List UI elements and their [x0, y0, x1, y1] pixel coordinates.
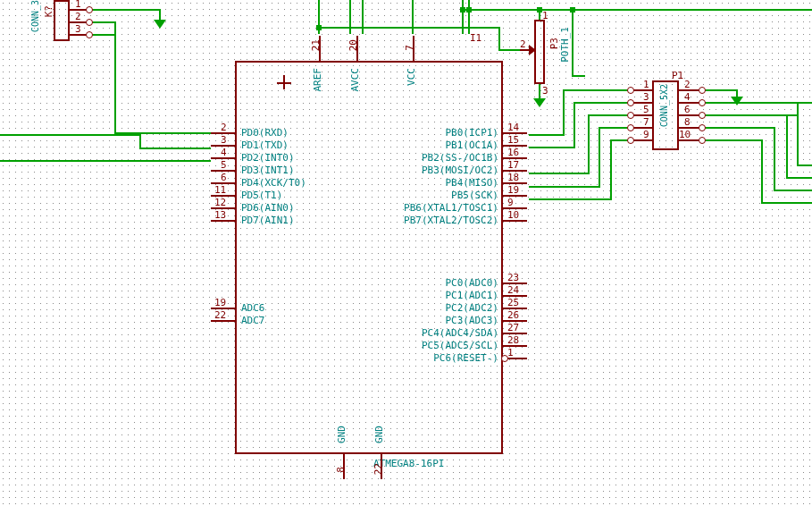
- pin-number: 22: [373, 463, 383, 475]
- wire: [786, 177, 812, 179]
- wire: [761, 202, 812, 204]
- pin-dot: [86, 19, 93, 26]
- pin-label: PC1(ADC1): [445, 291, 498, 300]
- wire: [89, 9, 161, 11]
- wire: [89, 34, 116, 36]
- pin-number: 6: [221, 173, 227, 182]
- pin-label: PD0(RXD): [241, 128, 289, 138]
- wire: [412, 0, 414, 34]
- conn3-ref: K?: [43, 5, 54, 17]
- pin-label: GND: [337, 426, 347, 443]
- pin-number: 26: [507, 310, 519, 320]
- pin-number: 6: [684, 105, 691, 114]
- wire: [774, 190, 812, 191]
- pin-label: PD7(AIN1): [241, 215, 295, 225]
- wire: [529, 198, 612, 200]
- pin-number: 4: [221, 148, 227, 157]
- pin-number: 21: [311, 39, 321, 51]
- pin-number: 7: [405, 45, 414, 51]
- pin-label: PB7(XTAL2/TOSC2): [404, 215, 498, 225]
- pin-number: 15: [507, 135, 519, 145]
- pin-number: 5: [643, 105, 649, 114]
- pin-number: 20: [348, 39, 358, 51]
- pin-label: PC3(ADC3): [445, 316, 498, 325]
- pin-dot: [627, 87, 634, 94]
- pin-label: PB0(ICP1): [445, 128, 498, 138]
- pin-number: 12: [214, 198, 226, 207]
- pin-label: GND: [374, 426, 384, 443]
- pin-label: PD6(AIN0): [241, 203, 295, 213]
- wire: [700, 139, 763, 141]
- pin-number: 24: [507, 285, 519, 295]
- pin-number: 23: [507, 273, 519, 283]
- pin-number: 1: [75, 0, 81, 9]
- pin-number: 2: [684, 80, 691, 89]
- ic-ref: I1: [470, 32, 481, 44]
- wire: [610, 139, 612, 200]
- pin-dot: [627, 137, 634, 144]
- pin-dot: [699, 124, 706, 131]
- pin-number: 9: [643, 130, 649, 139]
- wire: [0, 160, 211, 162]
- orientation-mark: [283, 75, 285, 89]
- pin-number: 2: [221, 122, 227, 132]
- arrow: [731, 97, 743, 105]
- conn5x2-ref: P1: [672, 70, 683, 81]
- wire: [573, 102, 631, 104]
- pin-number: 22: [214, 310, 226, 320]
- pin-label: PC6(RESET-): [433, 353, 498, 363]
- pin-label: PB5(SCK): [451, 190, 498, 200]
- wire: [462, 0, 464, 34]
- pin-number: 10: [507, 210, 519, 220]
- pin-number: 3: [75, 24, 81, 34]
- wire: [114, 132, 211, 134]
- pin-number: 18: [507, 173, 519, 182]
- wire: [700, 114, 799, 116]
- conn3-name: CONN_3: [30, 0, 40, 32]
- pin-number: 13: [214, 210, 226, 220]
- wire: [572, 75, 585, 77]
- wire: [700, 127, 775, 129]
- pin-label: PD3(INT1): [241, 165, 295, 175]
- junction: [570, 7, 575, 13]
- wire: [139, 134, 141, 148]
- pin-number: 1: [542, 11, 548, 21]
- pin-number: 3: [221, 135, 227, 145]
- wire: [563, 89, 565, 136]
- pin-label: PC4(ADC4/SDA): [422, 328, 498, 338]
- wire: [599, 127, 631, 129]
- wire: [349, 0, 351, 34]
- pin-dot: [86, 6, 93, 13]
- wire: [529, 147, 575, 148]
- pin-label: PB6(XTAL1/TOSC1): [404, 203, 498, 213]
- pin-number: 5: [221, 160, 227, 170]
- wire: [572, 9, 573, 77]
- wire: [114, 34, 116, 49]
- pin-number: 9: [507, 198, 514, 207]
- pin-number: 2: [520, 39, 526, 49]
- wire: [0, 134, 139, 136]
- pin-number: 11: [214, 185, 226, 195]
- arrow: [533, 98, 546, 107]
- pin-dot: [699, 137, 706, 144]
- pin-number: 3: [643, 92, 649, 102]
- pin-label: ADC7: [241, 316, 265, 325]
- wire: [700, 89, 738, 91]
- wire: [318, 27, 500, 29]
- pin-number: 8: [336, 467, 346, 473]
- pin-dot: [699, 87, 706, 94]
- pin-label: PC5(ADC5/SCL): [422, 341, 498, 350]
- pin-number: 19: [214, 298, 226, 308]
- pin-label: PC0(ADC0): [445, 278, 498, 288]
- pin-number: 10: [679, 130, 691, 139]
- pin-number: 8: [684, 117, 691, 127]
- wire: [573, 102, 575, 148]
- pin-number: 28: [507, 335, 519, 345]
- pin-dot: [627, 124, 634, 131]
- pin-number: 14: [507, 122, 519, 132]
- pin-number: 1: [507, 348, 514, 358]
- pin-dot: [86, 31, 93, 38]
- pin-label: PD5(T1): [241, 190, 282, 200]
- wire: [786, 114, 788, 177]
- pin-number: 19: [507, 185, 519, 195]
